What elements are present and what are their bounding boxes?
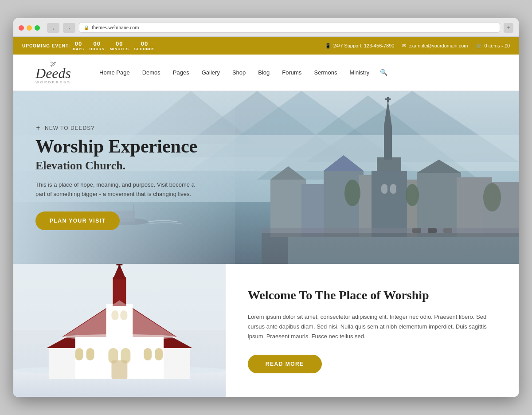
- svg-rect-34: [262, 228, 519, 233]
- nav-home[interactable]: Home Page: [93, 66, 136, 79]
- lock-icon: 🔒: [84, 25, 89, 30]
- logo-text: Deeds: [35, 66, 71, 80]
- browser-dots: [19, 25, 40, 31]
- top-bar-right: 📱 24/7 Support: 123-456-7890 ✉ example@y…: [325, 43, 510, 49]
- hero-content: ✝ NEW TO DEEDS? Worship Experience Eleva…: [35, 125, 197, 230]
- nav-blog[interactable]: Blog: [252, 66, 276, 79]
- svg-rect-35: [412, 228, 421, 233]
- bottom-title: Welcome To The Place of Worship: [248, 287, 497, 303]
- church-image: [13, 264, 226, 397]
- forward-button[interactable]: ›: [63, 23, 75, 33]
- header: 🕊 Deeds WORDPRESS Home Page Demos Pages …: [13, 55, 519, 91]
- countdown-minutes: 00 MINUTES: [110, 40, 129, 51]
- hero-subtitle: Elevation Church.: [35, 159, 197, 172]
- svg-rect-62: [111, 360, 127, 379]
- svg-rect-27: [385, 98, 391, 100]
- dot-maximize[interactable]: [35, 25, 40, 31]
- svg-rect-37: [443, 228, 452, 233]
- svg-rect-13: [324, 171, 364, 237]
- browser-chrome: ‹ › 🔒 themes.webinane.com +: [13, 18, 519, 37]
- svg-rect-44: [49, 346, 75, 379]
- svg-rect-28: [381, 184, 387, 194]
- email-text: example@yourdomain.com: [408, 43, 468, 48]
- svg-point-32: [483, 183, 501, 211]
- nav-pages[interactable]: Pages: [167, 66, 196, 79]
- svg-rect-33: [262, 233, 519, 264]
- countdown: 00 DAYS 00 HOURS 00 MINUTES 00 SECONDS: [73, 40, 155, 51]
- nav-shop[interactable]: Shop: [226, 66, 252, 79]
- read-more-button[interactable]: READ MORE: [248, 355, 322, 373]
- plan-visit-button[interactable]: PLAN YOUR VISIT: [35, 211, 120, 230]
- svg-rect-54: [75, 348, 83, 360]
- event-label: UPCOMING EVENT:: [22, 43, 70, 48]
- nav-gallery[interactable]: Gallery: [196, 66, 226, 79]
- logo[interactable]: 🕊 Deeds WORDPRESS: [31, 61, 75, 84]
- support-text: 24/7 Support: 123-456-7890: [333, 43, 395, 48]
- email-contact: ✉ example@yourdomain.com: [402, 43, 468, 49]
- browser-toolbar: ‹ › 🔒 themes.webinane.com +: [47, 23, 513, 33]
- svg-point-30: [344, 180, 360, 206]
- svg-rect-45: [164, 346, 190, 379]
- svg-rect-56: [144, 348, 152, 360]
- logo-sub: WORDPRESS: [35, 80, 70, 84]
- hero-eyebrow: ✝ NEW TO DEEDS?: [35, 125, 197, 132]
- nav-demos[interactable]: Demos: [136, 66, 167, 79]
- cart-text: 0 items - £0: [485, 43, 510, 48]
- support-contact: 📱 24/7 Support: 123-456-7890: [325, 43, 395, 49]
- svg-rect-53: [116, 264, 122, 265]
- cart-area[interactable]: 🛒 0 items - £0: [476, 43, 510, 49]
- browser-window: ‹ › 🔒 themes.webinane.com + UPCOMING EVE…: [13, 18, 519, 397]
- hero-eyebrow-text: NEW TO DEEDS?: [45, 125, 94, 131]
- phone-icon: 📱: [325, 43, 331, 49]
- svg-rect-57: [155, 348, 163, 360]
- top-bar-left: UPCOMING EVENT: 00 DAYS 00 HOURS 00 MINU…: [22, 40, 155, 51]
- svg-rect-16: [417, 173, 461, 237]
- main-nav: Home Page Demos Pages Gallery Shop Blog …: [93, 65, 501, 80]
- svg-rect-55: [86, 348, 94, 360]
- bottom-description: Lorem ipsum dolor sit amet, consectetur …: [248, 312, 497, 341]
- hero-description: This is a place of hope, meaning, and pu…: [35, 180, 195, 199]
- website-content: UPCOMING EVENT: 00 DAYS 00 HOURS 00 MINU…: [13, 37, 519, 397]
- address-bar[interactable]: 🔒 themes.webinane.com: [79, 23, 500, 33]
- search-icon[interactable]: 🔍: [376, 65, 392, 80]
- email-icon: ✉: [402, 43, 406, 49]
- countdown-hours: 00 HOURS: [90, 40, 105, 51]
- countdown-days: 00 DAYS: [73, 40, 84, 51]
- church-svg: [13, 264, 226, 397]
- new-tab-button[interactable]: +: [504, 23, 513, 33]
- cart-icon: 🛒: [476, 43, 482, 49]
- svg-rect-29: [390, 184, 396, 194]
- svg-rect-23: [372, 171, 407, 237]
- hero-title: Worship Experience: [35, 136, 197, 157]
- top-bar: UPCOMING EVENT: 00 DAYS 00 HOURS 00 MINU…: [13, 37, 519, 55]
- svg-rect-24: [384, 126, 392, 160]
- nav-ministry[interactable]: Ministry: [343, 66, 376, 79]
- nav-forums[interactable]: Forums: [276, 66, 308, 79]
- bottom-section: Welcome To The Place of Worship Lorem ip…: [13, 264, 519, 397]
- svg-rect-36: [428, 228, 437, 233]
- url-text: themes.webinane.com: [92, 24, 139, 31]
- dot-close[interactable]: [19, 25, 24, 31]
- svg-point-64: [62, 334, 177, 340]
- cross-icon: ✝: [35, 125, 41, 132]
- svg-point-31: [406, 184, 419, 206]
- nav-sermons[interactable]: Sermons: [308, 66, 343, 79]
- back-button[interactable]: ‹: [47, 23, 59, 33]
- bottom-right: Welcome To The Place of Worship Lorem ip…: [226, 264, 519, 397]
- hero-section: ✝ NEW TO DEEDS? Worship Experience Eleva…: [13, 91, 519, 264]
- countdown-seconds: 00 SECONDS: [134, 40, 155, 51]
- church-illustration: [13, 264, 226, 397]
- dot-minimize[interactable]: [27, 25, 32, 31]
